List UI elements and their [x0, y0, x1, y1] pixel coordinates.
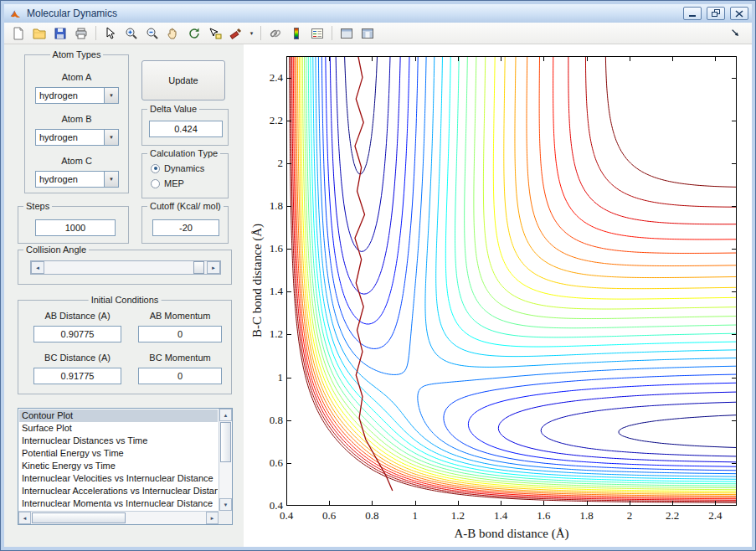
rotate-3d-icon[interactable] — [185, 25, 203, 42]
vertical-scrollbar-thumb[interactable] — [220, 422, 231, 462]
plot-region: 0.40.40.60.60.80.8111.21.21.41.41.61.61.… — [244, 44, 752, 547]
maximize-button[interactable] — [707, 7, 725, 20]
new-figure-icon[interactable] — [9, 25, 28, 42]
contour-plot-canvas[interactable] — [286, 56, 737, 506]
matlab-icon — [9, 8, 22, 20]
cutoff-panel: Cutoff (Kcal/ mol) -20 — [141, 206, 229, 244]
slider-thumb[interactable] — [193, 261, 204, 274]
atom-c-dropdown[interactable]: hydrogen ▼ — [35, 171, 119, 188]
chevron-down-icon[interactable]: ▼ — [104, 130, 118, 145]
ab-distance-field[interactable]: 0.90775 — [33, 326, 121, 342]
steps-field[interactable]: 1000 — [35, 219, 116, 236]
x-tick-label: 1.4 — [494, 509, 507, 523]
x-tick-label: 0.8 — [365, 509, 378, 523]
y-tick-label: 1.8 — [270, 199, 283, 213]
pan-icon[interactable] — [164, 25, 183, 42]
y-tick-label: 2 — [278, 157, 284, 170]
toolbar-separator — [260, 26, 261, 40]
dock-figure-icon[interactable] — [727, 25, 745, 42]
chevron-down-icon[interactable]: ▼ — [104, 88, 118, 103]
y-tick-label: 2.2 — [270, 114, 283, 127]
list-item[interactable]: Kinetic Energy vs Time — [19, 460, 218, 472]
brush-dropdown-caret-icon[interactable]: ▾ — [248, 25, 255, 42]
list-item[interactable]: Internuclear Distances vs Time — [19, 435, 218, 447]
save-figure-icon[interactable] — [51, 25, 69, 42]
plot-type-listbox[interactable]: Contour PlotSurface PlotInternuclear Dis… — [18, 408, 233, 525]
bc-momentum-label: BC Momentum — [138, 353, 222, 363]
list-item[interactable]: Internuclear Momenta vs Internuclear Dis… — [19, 497, 218, 510]
toolbar: ▾ — [4, 23, 752, 44]
open-file-icon[interactable] — [30, 25, 49, 42]
x-tick-label: 2.2 — [666, 509, 679, 523]
ab-momentum-label: AB Momentum — [138, 311, 222, 321]
list-item[interactable]: Potential Energy vs Time — [19, 447, 218, 460]
dynamics-radio-label: Dynamics — [164, 163, 204, 173]
slider-left-arrow-icon[interactable]: ◄ — [31, 261, 44, 274]
chevron-down-icon[interactable]: ▼ — [104, 172, 118, 187]
scroll-right-icon[interactable]: ► — [206, 512, 219, 524]
x-tick-label: 2 — [627, 509, 633, 523]
scroll-left-icon[interactable]: ◄ — [18, 512, 31, 524]
cutoff-field[interactable]: -20 — [152, 219, 219, 236]
y-tick-label: 0.6 — [270, 456, 283, 470]
list-item[interactable]: Surface Plot — [19, 422, 218, 435]
show-plot-tools-icon[interactable] — [358, 25, 377, 42]
titlebar[interactable]: Molecular Dynamics — [4, 4, 752, 23]
ab-distance-label: AB Distance (A) — [33, 311, 121, 321]
scrollbar-corner — [219, 511, 232, 524]
radio-unselected-icon[interactable] — [151, 179, 160, 188]
mep-radio-label: MEP — [164, 178, 184, 188]
ab-momentum-field[interactable]: 0 — [138, 326, 222, 342]
initial-conditions-title: Initial Conditions — [89, 295, 162, 305]
app-window: Molecular Dynamics — [0, 0, 756, 551]
list-item[interactable]: Contour Plot — [19, 409, 218, 422]
horizontal-scrollbar-thumb[interactable] — [32, 512, 126, 523]
y-tick-label: 0.8 — [270, 414, 283, 427]
bc-distance-field[interactable]: 0.91775 — [33, 368, 121, 384]
scroll-down-icon[interactable]: ▼ — [219, 498, 232, 511]
close-button[interactable] — [730, 7, 748, 20]
link-plot-icon[interactable] — [266, 25, 285, 42]
insert-colorbar-icon[interactable] — [287, 25, 306, 42]
atom-b-dropdown[interactable]: hydrogen ▼ — [35, 129, 119, 146]
zoom-out-icon[interactable] — [143, 25, 162, 42]
figure-content: Atom Types Atom A hydrogen ▼ Atom B hydr… — [4, 44, 752, 547]
bc-momentum-field[interactable]: 0 — [138, 368, 222, 384]
minimize-button[interactable] — [683, 7, 702, 20]
list-item[interactable]: Internuclear Velocities vs Internuclear … — [19, 472, 218, 485]
insert-legend-icon[interactable] — [308, 25, 327, 42]
radio-selected-icon[interactable] — [151, 164, 160, 173]
toolbar-separator — [95, 26, 96, 40]
hide-plot-tools-icon[interactable] — [337, 25, 356, 42]
delta-value-field[interactable]: 0.424 — [149, 121, 223, 137]
initial-conditions-panel: Initial Conditions AB Distance (A) AB Mo… — [18, 300, 232, 394]
y-tick-label: 1.6 — [270, 242, 283, 255]
listbox-items: Contour PlotSurface PlotInternuclear Dis… — [19, 409, 218, 510]
bc-distance-label: BC Distance (A) — [33, 353, 121, 363]
y-tick-label: 0.4 — [270, 499, 283, 512]
vertical-scrollbar[interactable]: ▲ ▼ — [219, 409, 232, 511]
update-button[interactable]: Update — [141, 60, 225, 100]
data-cursor-icon[interactable] — [206, 25, 224, 42]
y-tick-label: 2.4 — [270, 71, 283, 85]
list-item[interactable]: Internuclear Accelerations vs Internucle… — [19, 485, 218, 497]
horizontal-scrollbar[interactable]: ◄ ► — [18, 511, 219, 524]
x-tick-label: 2.4 — [708, 509, 722, 523]
edit-plot-icon[interactable] — [101, 25, 120, 42]
delta-value-panel: Delta Value 0.424 — [141, 109, 229, 146]
print-figure-icon[interactable] — [72, 25, 90, 42]
steps-panel: Steps 1000 — [18, 206, 129, 244]
atom-a-dropdown[interactable]: hydrogen ▼ — [35, 87, 119, 104]
scroll-up-icon[interactable]: ▲ — [219, 409, 232, 421]
atom-c-value: hydrogen — [39, 174, 78, 184]
collision-angle-slider[interactable]: ◄ ► — [30, 260, 221, 275]
window-title: Molecular Dynamics — [27, 8, 117, 19]
zoom-in-icon[interactable] — [122, 25, 141, 42]
dynamics-radio[interactable]: Dynamics — [151, 163, 204, 173]
x-tick-label: 1.8 — [580, 509, 594, 523]
brush-data-icon[interactable] — [227, 25, 245, 42]
y-tick-label: 1.2 — [270, 327, 283, 341]
mep-radio[interactable]: MEP — [151, 178, 184, 188]
collision-angle-title: Collision Angle — [23, 245, 89, 255]
slider-right-arrow-icon[interactable]: ► — [207, 261, 220, 274]
